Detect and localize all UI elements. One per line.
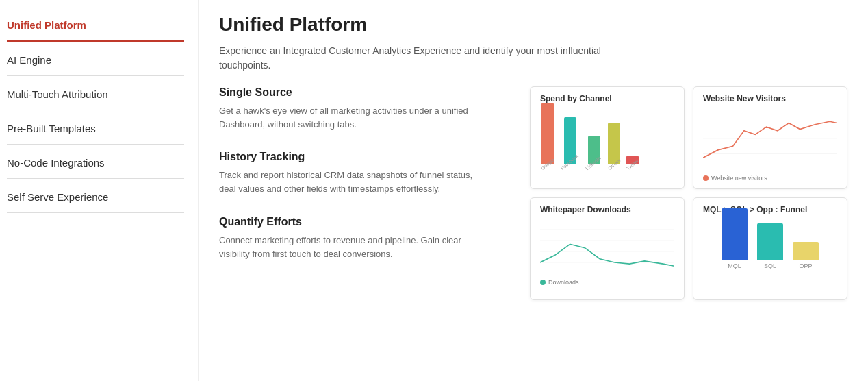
bar-google [541, 103, 554, 164]
feature-desc-single-source: Get a hawk's eye view of all marketing a… [219, 104, 479, 132]
legend-dot [703, 175, 709, 181]
sidebar-item-pre-built[interactable]: Pre-Built Templates [7, 110, 184, 145]
legend-label: Website new visitors [711, 175, 767, 182]
sidebar-item-multi-touch[interactable]: Multi-Touch Attribution [7, 76, 184, 110]
website-visitors-legend: Website new visitors [703, 175, 837, 182]
main-content: Unified Platform Experience an Integrate… [199, 0, 868, 381]
bar-group-others: Others [607, 123, 622, 172]
sidebar-item-no-code[interactable]: No-Code Integrations [7, 145, 184, 179]
feature-desc-quantify-efforts: Connect marketing efforts to revenue and… [219, 234, 479, 261]
whitepaper-downloads-card: Whitepaper Downloads Downloads [530, 197, 685, 300]
feature-quantify-efforts: Quantify EffortsConnect marketing effort… [219, 216, 513, 261]
funnel-label-sql: SQL [764, 262, 776, 269]
feature-title-history-tracking: History Tracking [219, 151, 513, 163]
bar-group-twitter: Twitter [626, 156, 640, 172]
mql-funnel-chart: MQLSQLOPP [703, 219, 837, 280]
website-visitors-chart: Website new visitors [703, 108, 837, 176]
funnel-label-mql: MQL [728, 262, 741, 269]
funnel-bar-opp [793, 242, 819, 260]
sidebar-item-self-serve[interactable]: Self Serve Experience [7, 179, 184, 213]
funnel-label-opp: OPP [799, 262, 812, 269]
funnel-group-mql: MQL [722, 208, 748, 269]
funnel-bar-sql [757, 223, 783, 260]
whitepaper-legend: Downloads [540, 279, 674, 286]
spend-by-channel-card: Spend by Channel GoogleFacebookLinkedInO… [530, 86, 685, 189]
whitepaper-downloads-title: Whitepaper Downloads [540, 205, 674, 214]
feature-title-single-source: Single Source [219, 86, 513, 99]
features-list: Single SourceGet a hawk's eye view of al… [219, 86, 513, 300]
feature-history-tracking: History TrackingTrack and report histori… [219, 151, 513, 196]
website-visitors-title: Website New Visitors [703, 94, 837, 103]
wh-legend-dot [540, 280, 546, 285]
feature-title-quantify-efforts: Quantify Efforts [219, 216, 513, 228]
bar-group-google: Google [540, 103, 556, 172]
content-area: Single SourceGet a hawk's eye view of al… [219, 86, 847, 300]
charts-area: Spend by Channel GoogleFacebookLinkedInO… [530, 86, 847, 300]
bar-group-linkedin: LinkedIn [585, 136, 602, 172]
mql-funnel-card: MQL > SQL > Opp : Funnel MQLSQLOPP [693, 197, 847, 300]
page-subtitle: Experience an Integrated Customer Analyt… [219, 44, 616, 73]
sidebar-item-unified-platform[interactable]: Unified Platform [7, 7, 184, 42]
spend-by-channel-title: Spend by Channel [540, 94, 674, 103]
sidebar-item-ai-engine[interactable]: AI Engine [7, 42, 184, 76]
funnel-bar-mql [722, 208, 748, 260]
bar-group-facebook: Facebook [560, 117, 581, 172]
wh-legend-label: Downloads [548, 279, 579, 286]
feature-single-source: Single SourceGet a hawk's eye view of al… [219, 86, 513, 132]
whitepaper-downloads-chart: Downloads [540, 219, 674, 284]
funnel-group-sql: SQL [757, 223, 783, 269]
page-title: Unified Platform [219, 14, 847, 36]
website-visitors-card: Website New Visitors Website new visitor… [693, 86, 847, 189]
sidebar: Unified PlatformAI EngineMulti-Touch Att… [0, 0, 199, 381]
feature-desc-history-tracking: Track and report historical CRM data sna… [219, 169, 479, 196]
funnel-group-opp: OPP [793, 242, 819, 269]
spend-by-channel-chart: GoogleFacebookLinkedInOthersTwitter [540, 108, 674, 183]
